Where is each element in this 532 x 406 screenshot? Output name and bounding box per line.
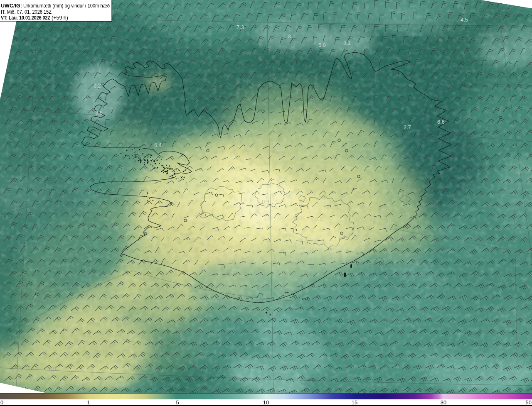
- svg-text:30: 30: [441, 399, 446, 406]
- svg-text:8.2: 8.2: [94, 83, 101, 89]
- svg-text:8.1: 8.1: [343, 40, 351, 46]
- svg-text:0.8: 0.8: [315, 216, 323, 222]
- svg-text:0: 0: [0, 399, 3, 406]
- svg-text:Úrkomumætti (mm) og vindur i 1: Úrkomumætti (mm) og vindur i 100m hæð: [23, 2, 110, 9]
- svg-text:VT: Lau. 10.01.2026 02Z: VT: Lau. 10.01.2026 02Z: [1, 15, 50, 21]
- svg-text:15: 15: [352, 399, 357, 406]
- svg-text:4.1: 4.1: [154, 78, 162, 84]
- svg-text:8.1: 8.1: [288, 33, 296, 39]
- svg-text:2.9: 2.9: [49, 366, 56, 372]
- svg-text:4.5: 4.5: [461, 17, 468, 23]
- svg-text:UWC/IG:: UWC/IG:: [1, 3, 22, 9]
- svg-text:6.6: 6.6: [437, 119, 445, 125]
- svg-text:2.7: 2.7: [404, 124, 411, 130]
- svg-text:1: 1: [87, 399, 90, 406]
- svg-text:0.9: 0.9: [262, 198, 269, 205]
- svg-text:50: 50: [526, 399, 532, 406]
- svg-text:3.6: 3.6: [95, 110, 103, 116]
- svg-text:6.4: 6.4: [154, 142, 162, 148]
- svg-text:10: 10: [263, 399, 269, 406]
- svg-text:7.3: 7.3: [236, 24, 244, 30]
- svg-text:IT: Mið. 07. 01. 2026 15Z: IT: Mið. 07. 01. 2026 15Z: [1, 9, 52, 15]
- svg-text:(+59 h): (+59 h): [52, 15, 68, 21]
- svg-text:5.0: 5.0: [318, 42, 326, 48]
- svg-text:5: 5: [176, 399, 179, 406]
- svg-text:1.5: 1.5: [277, 146, 284, 152]
